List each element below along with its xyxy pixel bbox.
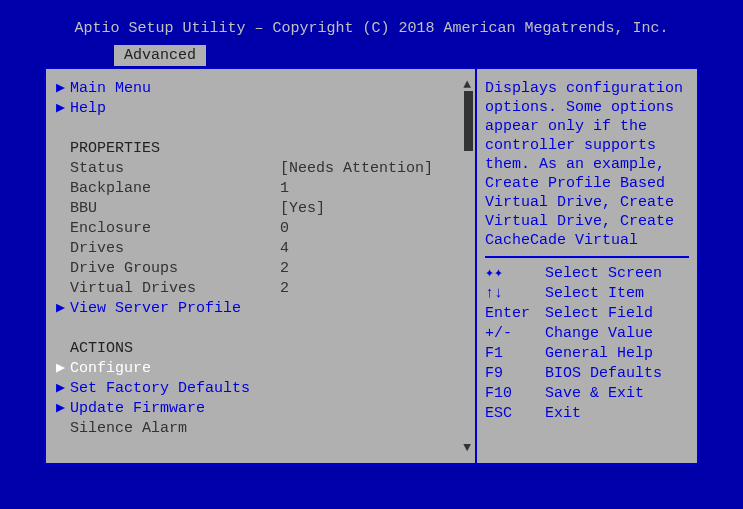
desc: Save & Exit xyxy=(545,384,644,404)
label: Silence Alarm xyxy=(70,419,280,439)
menu-help[interactable]: ▶ Help xyxy=(56,99,469,119)
value: [Needs Attention] xyxy=(280,159,433,179)
triangle-icon: ▶ xyxy=(56,359,70,379)
row-status: Status [Needs Attention] xyxy=(56,159,469,179)
desc: Change Value xyxy=(545,324,653,344)
menu-configure[interactable]: ▶ Configure xyxy=(56,359,469,379)
menu-update-firmware[interactable]: ▶ Update Firmware xyxy=(56,399,469,419)
key-bios-defaults: F9 BIOS Defaults xyxy=(485,364,689,384)
label: View Server Profile xyxy=(70,299,280,319)
row-drive-groups: Drive Groups 2 xyxy=(56,259,469,279)
value: 2 xyxy=(280,279,289,299)
label: Update Firmware xyxy=(70,399,280,419)
key: ↑↓ xyxy=(485,284,545,304)
label: Drives xyxy=(70,239,280,259)
menu-main-menu[interactable]: ▶ Main Menu xyxy=(56,79,469,99)
row-enclosure: Enclosure 0 xyxy=(56,219,469,239)
divider xyxy=(485,256,689,258)
value: 2 xyxy=(280,259,289,279)
key: +/- xyxy=(485,324,545,344)
key-save-exit: F10 Save & Exit xyxy=(485,384,689,404)
title-bar: Aptio Setup Utility – Copyright (C) 2018… xyxy=(0,18,743,45)
key: Enter xyxy=(485,304,545,324)
triangle-icon: ▶ xyxy=(56,299,70,319)
desc: BIOS Defaults xyxy=(545,364,662,384)
label: Help xyxy=(70,99,280,119)
key: F10 xyxy=(485,384,545,404)
row-bbu: BBU [Yes] xyxy=(56,199,469,219)
triangle-icon: ▶ xyxy=(56,79,70,99)
scroll-down-icon[interactable]: ▼ xyxy=(463,440,471,455)
tab-advanced[interactable]: Advanced xyxy=(114,45,206,66)
triangle-icon: ▶ xyxy=(56,379,70,399)
key-select-item: ↑↓ Select Item xyxy=(485,284,689,304)
desc: Select Field xyxy=(545,304,653,324)
label: Virtual Drives xyxy=(70,279,280,299)
footer-bar xyxy=(0,473,743,503)
label: Drive Groups xyxy=(70,259,280,279)
triangle-icon: ▶ xyxy=(56,99,70,119)
bios-screen: Aptio Setup Utility – Copyright (C) 2018… xyxy=(0,0,743,509)
value: [Yes] xyxy=(280,199,325,219)
label: Backplane xyxy=(70,179,280,199)
section-actions: ACTIONS xyxy=(56,339,469,359)
label: Set Factory Defaults xyxy=(70,379,280,399)
label: Configure xyxy=(70,359,280,379)
desc: Select Item xyxy=(545,284,644,304)
key-exit: ESC Exit xyxy=(485,404,689,424)
triangle-icon: ▶ xyxy=(56,399,70,419)
value: 1 xyxy=(280,179,289,199)
content-frame: ▲ ▼ ▶ Main Menu ▶ Help PROPERTIES Status… xyxy=(44,67,699,465)
menu-set-factory-defaults[interactable]: ▶ Set Factory Defaults xyxy=(56,379,469,399)
key: F1 xyxy=(485,344,545,364)
right-pane: Displays configuration options. Some opt… xyxy=(475,69,697,463)
key: ESC xyxy=(485,404,545,424)
row-backplane: Backplane 1 xyxy=(56,179,469,199)
menu-view-server-profile[interactable]: ▶ View Server Profile xyxy=(56,299,469,319)
key-select-field: Enter Select Field xyxy=(485,304,689,324)
tab-bar: Advanced xyxy=(0,45,743,67)
desc: Select Screen xyxy=(545,264,662,284)
row-virtual-drives: Virtual Drives 2 xyxy=(56,279,469,299)
label: Enclosure xyxy=(70,219,280,239)
label: Status xyxy=(70,159,280,179)
value: 4 xyxy=(280,239,289,259)
help-text: Displays configuration options. Some opt… xyxy=(485,79,689,250)
menu-silence-alarm[interactable]: Silence Alarm xyxy=(56,419,469,439)
key: F9 xyxy=(485,364,545,384)
scroll-up-icon[interactable]: ▲ xyxy=(463,77,471,92)
value: 0 xyxy=(280,219,289,239)
key-change-value: +/- Change Value xyxy=(485,324,689,344)
key-select-screen: ✦✦ Select Screen xyxy=(485,264,689,284)
key: ✦✦ xyxy=(485,264,545,284)
section-properties: PROPERTIES xyxy=(56,139,469,159)
label: BBU xyxy=(70,199,280,219)
scrollbar-thumb[interactable] xyxy=(464,91,473,151)
row-drives: Drives 4 xyxy=(56,239,469,259)
label: Main Menu xyxy=(70,79,280,99)
desc: Exit xyxy=(545,404,581,424)
left-pane: ▲ ▼ ▶ Main Menu ▶ Help PROPERTIES Status… xyxy=(46,69,475,463)
desc: General Help xyxy=(545,344,653,364)
key-general-help: F1 General Help xyxy=(485,344,689,364)
